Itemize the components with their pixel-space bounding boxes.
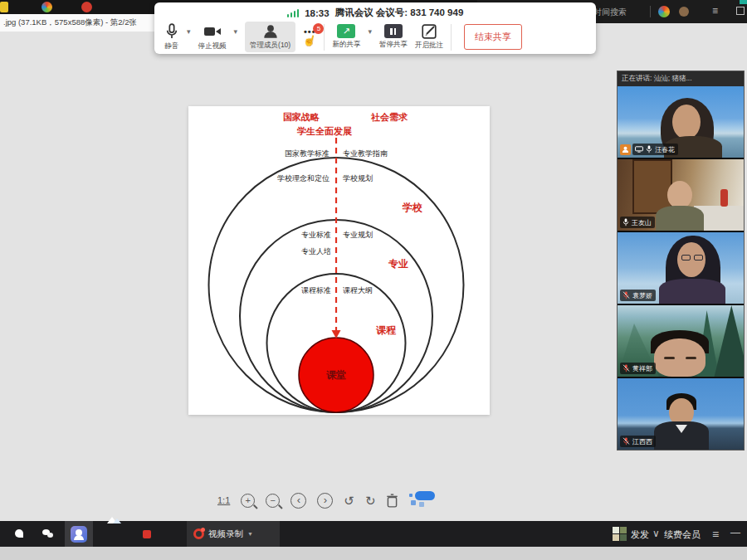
rotate-right-icon[interactable]: ↻ xyxy=(365,494,376,507)
notification-badge: 5 xyxy=(313,23,324,34)
pause-share-button[interactable]: 暂停共享 xyxy=(379,24,408,50)
manage-members-button[interactable]: 管理成员(10) xyxy=(245,22,295,52)
label-course-outline: 课程大纲 xyxy=(343,285,373,296)
zoom-out-icon[interactable]: − xyxy=(266,494,280,508)
delete-icon[interactable] xyxy=(386,494,398,508)
ring-label-major: 专业 xyxy=(388,257,408,271)
desktop-edge xyxy=(0,547,747,560)
label-student-development: 学生全面发展 xyxy=(297,125,352,138)
participant-name: 黄祥部 xyxy=(632,364,652,373)
actual-size-button[interactable]: 1:1 xyxy=(217,495,230,505)
user-dropdown-icon[interactable]: ∨ xyxy=(652,528,660,539)
sharing-screen-icon xyxy=(635,146,643,153)
label-national-strategy: 国家战略 xyxy=(283,111,320,124)
ring-label-course: 课程 xyxy=(376,324,396,338)
recorder-logo-icon xyxy=(613,527,627,541)
mic-muted-icon xyxy=(622,291,630,299)
mute-dropdown-icon[interactable]: ▾ xyxy=(187,27,191,36)
manage-members-label: 管理成员(10) xyxy=(250,41,290,51)
minimize-icon[interactable]: — xyxy=(730,527,740,538)
video-dropdown-icon[interactable]: ▾ xyxy=(234,27,238,36)
screen-share-icon: ↗ xyxy=(337,24,355,38)
divider xyxy=(451,24,452,51)
fullscreen-icon[interactable] xyxy=(736,7,745,15)
label-teaching-guide: 专业教学指南 xyxy=(343,149,388,159)
recording-panel[interactable]: 视频录制 ▼ xyxy=(187,521,280,547)
meeting-toolbar: 18:33 腾讯会议 会议号: 831 740 949 静音 ▾ 停止视频 ▾ xyxy=(154,2,596,54)
viewer-title: .jpg (37.1KB，575x588像素) - 第2/2张 xyxy=(3,17,137,28)
label-school-plan: 学校规划 xyxy=(343,173,373,184)
pause-share-label: 暂停共享 xyxy=(379,40,408,50)
annotate-button[interactable]: 开启批注 xyxy=(415,24,443,51)
participants-sidebar: 正在讲话: 汕汕; 猪猪... xyxy=(617,71,745,450)
mic-muted-icon xyxy=(622,364,630,373)
zoom-in-icon[interactable]: + xyxy=(241,494,255,508)
stop-video-label: 停止视频 xyxy=(198,41,227,51)
promo-badge-icon[interactable] xyxy=(409,491,437,509)
renew-membership-link[interactable]: 续费会员 xyxy=(664,528,701,541)
mic-on-icon xyxy=(622,218,629,226)
next-image-button[interactable]: › xyxy=(317,493,333,509)
profile-icon[interactable] xyxy=(679,7,689,17)
recording-dot-icon xyxy=(193,528,204,539)
participant-name: 袁梦娇 xyxy=(632,291,652,300)
ring-label-school: 学校 xyxy=(403,201,422,215)
label-major-standard: 专业标准 xyxy=(301,230,331,241)
label-school-position: 学校理念和定位 xyxy=(277,173,330,184)
end-share-button[interactable]: 结束共享 xyxy=(464,24,522,50)
microphone-icon xyxy=(164,23,179,40)
mic-muted-icon xyxy=(622,437,630,446)
person-icon xyxy=(263,24,278,39)
share-dropdown-icon[interactable]: ▾ xyxy=(368,27,372,36)
recording-dropdown-icon[interactable]: ▼ xyxy=(247,531,253,537)
record-app-icon xyxy=(81,2,92,12)
user-name: 发发 xyxy=(631,528,649,541)
speaking-status: 正在讲话: 汕汕; 猪猪... xyxy=(618,71,744,86)
rotate-left-icon[interactable]: ↺ xyxy=(344,494,354,507)
pinwheel-app-icon xyxy=(42,2,52,12)
label-course-standard: 课程标准 xyxy=(301,285,331,296)
small-red-app-icon[interactable] xyxy=(143,530,151,538)
recorder-menu-icon[interactable]: ≡ xyxy=(712,528,719,541)
more-button[interactable]: ••• ☝ 5 xyxy=(303,28,316,46)
camera-icon xyxy=(203,23,222,40)
viewer-toolbar: 1:1 + − ‹ › ↺ ↻ xyxy=(217,491,437,509)
raise-hand-icon: ☝ xyxy=(302,33,318,47)
mute-label: 静音 xyxy=(165,41,179,51)
divider xyxy=(650,6,651,17)
participant-name: 汪春花 xyxy=(655,145,675,154)
meeting-app-taskbar-item[interactable] xyxy=(65,521,93,547)
signal-icon xyxy=(287,9,300,17)
participant-video[interactable]: 袁梦娇 xyxy=(618,232,744,304)
meeting-time: 18:33 xyxy=(305,8,329,18)
new-share-label: 新的共享 xyxy=(332,40,360,50)
stop-video-button[interactable]: 停止视频 xyxy=(198,23,227,51)
participant-video[interactable]: 黄祥部 xyxy=(618,305,744,377)
menu-icon[interactable]: ≡ xyxy=(712,6,718,16)
host-badge-icon xyxy=(620,144,631,155)
label-social-demand: 社会需求 xyxy=(371,111,408,124)
participant-video[interactable]: 江西西 xyxy=(618,378,744,450)
participant-name: 王友山 xyxy=(632,218,652,227)
annotate-label: 开启批注 xyxy=(415,41,443,51)
previous-image-button[interactable]: ‹ xyxy=(290,493,306,509)
recording-label: 视频录制 xyxy=(208,528,243,540)
new-share-button[interactable]: ↗ 新的共享 xyxy=(332,24,360,50)
participant-video[interactable]: 王友山 xyxy=(618,159,744,231)
background-sliver xyxy=(740,0,747,4)
label-national-standard: 国家教学标准 xyxy=(285,149,330,159)
center-label-classroom: 课堂 xyxy=(326,368,346,382)
browser-app-icon[interactable] xyxy=(658,6,670,17)
label-major-training: 专业人培 xyxy=(301,246,331,257)
pen-icon xyxy=(422,24,437,39)
participant-video[interactable]: 汪春花 xyxy=(618,86,744,158)
pause-icon xyxy=(384,24,403,38)
meeting-title: 腾讯会议 会议号: 831 740 949 xyxy=(335,7,464,19)
mute-button[interactable]: 静音 xyxy=(164,23,179,51)
background-app-icon xyxy=(0,2,8,12)
tencent-meeting-icon xyxy=(71,526,87,543)
participant-name: 江西西 xyxy=(632,437,652,446)
label-major-plan: 专业规划 xyxy=(343,230,373,241)
shared-slide: 国家战略 社会需求 学生全面发展 国家教学标准 专业教学指南 学校理念和定位 学… xyxy=(188,106,490,415)
taskbar: 视频录制 ▼ 发发 ∨ 续费会员 ≡ — xyxy=(0,521,747,547)
